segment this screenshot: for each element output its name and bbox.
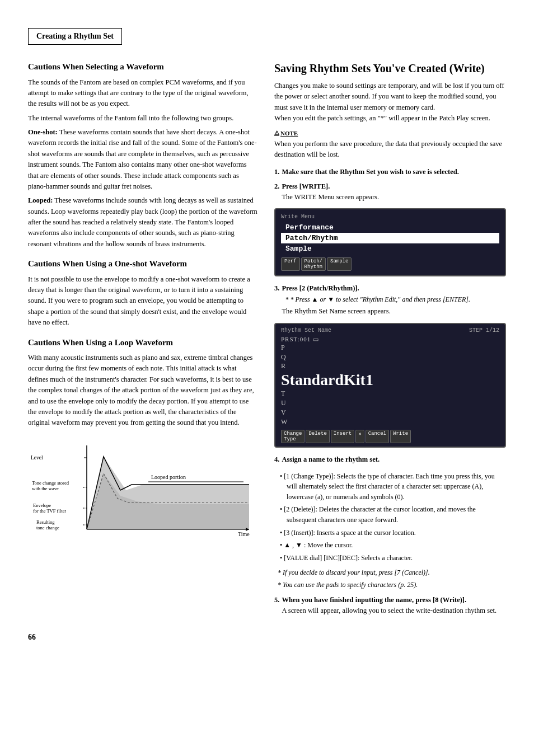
right-column: Saving Rhythm Sets You've Created (Write… [274,62,506,622]
step4-asterisk-2: You can use the pads to specify characte… [274,580,506,590]
step-2-sub: The WRITE Menu screen appears. [282,192,379,203]
step-5-content: When you have finished inputting the nam… [282,595,496,617]
write-menu-bottom-bar: Perf Patch/Rhythm Sample [281,257,499,271]
step-1: 1. Make sure that the Rhythm Set you wis… [274,167,506,177]
step-5-text: When you have finished inputting the nam… [282,595,496,605]
body-text-1-1: The sounds of the Fantom are based on co… [28,77,257,110]
rhythm-letters: PQR [281,343,499,371]
rsb-btn-cancel: Cancel [366,430,389,443]
section-cautions-loop: Cautions When Using a Loop Waveform With… [28,337,257,429]
step-5-num: 5. [274,595,279,617]
term-oneshot-label: One-shot: [28,128,58,136]
step-4: 4. Assign a name to the rhythm set. [274,454,506,465]
note-box: ⚠ NOTE When you perform the save procedu… [274,130,506,161]
step-4-bullets: [1 (Change Type)]: Selects the type of c… [280,471,506,564]
term-oneshot: One-shot: These waveforms contain sounds… [28,127,257,192]
term-looped-label: Looped: [28,196,53,204]
right-intro-2: When you edit the patch settings, an "*"… [274,113,506,124]
step-2-content: Press [WRITE]. The WRITE Menu screen app… [282,181,379,203]
svg-text:Level: Level [31,455,43,461]
svg-text:tone change: tone change [36,525,59,530]
rsb-btn-delete: Delete [306,430,329,443]
waveform-chart: Looped portion Level Tone change stored … [28,440,257,552]
rhythm-screen-title: Rhythm Set Name [281,327,331,334]
step-3-asterisk-2: The Rhythm Set Name screen appears. [282,306,470,317]
write-menu-title: Write Menu [281,214,499,220]
right-intro: Changes you make to sound settings are t… [274,81,506,124]
step-1-num: 1. [274,167,279,177]
step-3-content: Press [2 (Patch/Rhythm)]. * Press ▲ or ▼… [282,283,470,317]
page-title: Creating a Rhythm Set [36,32,114,40]
write-menu-screen: Write Menu Performance Patch/Rhythm Samp… [274,208,506,276]
menu-item-patch-rhythm: Patch/Rhythm [281,233,499,243]
step-4-content: Assign a name to the rhythm set. [282,454,380,465]
step-3-list: 3. Press [2 (Patch/Rhythm)]. * Press ▲ o… [274,283,506,317]
svg-text:with the wave: with the wave [32,486,59,491]
section-body-1: The sounds of the Fantom are based on co… [28,77,257,250]
section-cautions-waveform: Cautions When Selecting a Waveform The s… [28,62,257,250]
section-body-3: With many acoustic instruments such as p… [28,353,257,429]
step-5-sub: A screen will appear, allowing you to se… [282,605,496,616]
rhythm-screen-content: PRST:001 ▭ PQR StandardKit1 TUVW [281,336,499,427]
page-container: Creating a Rhythm Set Cautions When Sele… [0,0,534,756]
body-text-1-2: The internal waveforms of the Fantom fal… [28,113,257,124]
rhythm-letters-2: TUVW [281,389,499,426]
bottom-btn-patch: Patch/Rhythm [301,257,326,271]
svg-text:Tone change stored: Tone change stored [32,480,69,486]
step-5-list: 5. When you have finished inputting the … [274,595,506,617]
bottom-btn-sample: Sample [327,257,352,271]
term-oneshot-text: These waveforms contain sounds that have… [28,128,257,190]
bullet-3: [3 (Insert)]: Inserts a space at the cur… [280,528,506,538]
rhythm-screen-step: STEP 1/12 [469,327,499,334]
page-header-box: Creating a Rhythm Set [28,28,122,45]
rhythm-screen-header: Rhythm Set Name STEP 1/12 [281,327,499,334]
rsb-btn-change: ChangeType [281,430,305,443]
note-icon: ⚠ [274,130,279,136]
section-heading-2: Cautions When Using a One-shot Waveform [28,259,257,270]
rhythm-screen-bottom: ChangeType Delete Insert ✕ Cancel Write [281,430,499,443]
page-number: 66 [28,633,506,642]
bullet-1: [1 (Change Type)]: Selects the type of c… [280,471,506,503]
body-text-3-1: With many acoustic instruments such as p… [28,353,257,429]
step-3-asterisk-1: * Press ▲ or ▼ to select "Rhythm Edit," … [282,294,470,305]
step4-asterisk-1: If you decide to discard your input, pre… [274,567,506,578]
body-text-2-1: It is not possible to use the envelope t… [28,274,257,328]
step-4-num: 4. [274,454,279,465]
step-2-text: Press [WRITE]. [282,181,379,192]
two-col-layout: Cautions When Selecting a Waveform The s… [28,62,506,622]
svg-text:Looped portion: Looped portion [151,474,186,480]
section-body-2: It is not possible to use the envelope t… [28,274,257,328]
right-main-heading: Saving Rhythm Sets You've Created (Write… [274,62,506,75]
right-intro-1: Changes you make to sound settings are t… [274,81,506,113]
bullet-4: ▲ , ▼ : Move the cursor. [280,540,506,551]
rsb-btn-x: ✕ [355,430,364,443]
steps-list: 1. Make sure that the Rhythm Set you wis… [274,167,506,203]
rhythm-small-name: PRST:001 ▭ [281,336,499,343]
svg-text:Envelope: Envelope [33,503,51,508]
term-looped-text: These waveforms include sounds with long… [28,196,257,248]
menu-item-performance: Performance [281,222,499,233]
step-1-text: Make sure that the Rhythm Set you wish t… [282,167,458,177]
step-4-list: 4. Assign a name to the rhythm set. [274,454,506,465]
step-4-text: Assign a name to the rhythm set. [282,454,380,465]
svg-text:Resulting: Resulting [36,519,55,525]
chart-svg: Looped portion Level Tone change stored … [28,440,257,552]
rhythm-large-name: StandardKit1 [281,371,499,389]
term-looped: Looped: These waveforms include sounds w… [28,195,257,250]
bullet-5: [VALUE dial] [INC][DEC]: Selects a chara… [280,553,506,564]
rsb-btn-write: Write [390,430,411,443]
svg-text:for the TVF filter: for the TVF filter [33,508,66,514]
step-5: 5. When you have finished inputting the … [274,595,506,617]
note-content: When you perform the save procedure, the… [274,139,506,161]
menu-item-sample: Sample [281,243,499,254]
svg-text:Time: Time [238,531,250,537]
note-label-text: NOTE [280,130,298,137]
note-label: ⚠ NOTE [274,130,506,137]
step-2-num: 2. [274,181,279,203]
step-2: 2. Press [WRITE]. The WRITE Menu screen … [274,181,506,203]
step-3: 3. Press [2 (Patch/Rhythm)]. * Press ▲ o… [274,283,506,317]
bottom-btn-perf: Perf [281,257,300,271]
section-cautions-oneshot: Cautions When Using a One-shot Waveform … [28,259,257,328]
section-heading-1: Cautions When Selecting a Waveform [28,62,257,73]
left-column: Cautions When Selecting a Waveform The s… [28,62,257,622]
